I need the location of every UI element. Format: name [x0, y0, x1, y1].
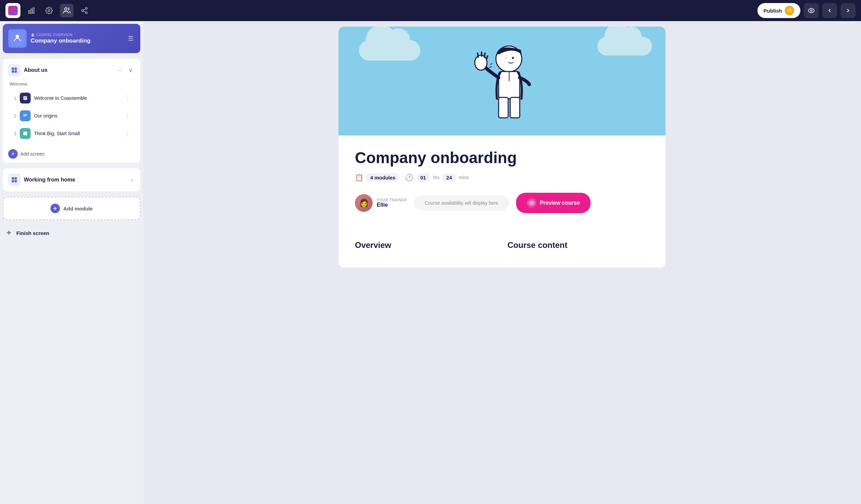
share-icon-button[interactable]: [78, 4, 91, 17]
overview-section: Overview: [355, 241, 496, 254]
hrs-label: hrs: [433, 175, 439, 180]
svg-rect-20: [24, 132, 27, 136]
course-actions: 👩 YOUR TRAINER Ellie Course availability…: [355, 193, 649, 213]
svg-point-5: [85, 8, 87, 10]
course-preview-card: Company onboarding 📋 4 modules 🕐 01 hrs …: [339, 27, 666, 268]
module-title-wfh: Working from home: [24, 177, 125, 183]
trainer-name: Ellie: [377, 202, 407, 208]
main-content: Company onboarding 📋 4 modules 🕐 01 hrs …: [143, 21, 861, 504]
logo-button[interactable]: [5, 3, 20, 18]
lesson-3[interactable]: 3 Think Big, Start Small ⋮: [8, 125, 135, 142]
add-screen-button[interactable]: + Add screen: [5, 147, 47, 161]
module-actions-about-us: ⋯ ∨: [115, 65, 135, 75]
top-navigation: Publish 🪙: [0, 0, 861, 21]
add-module-icon: +: [51, 204, 60, 213]
svg-point-42: [531, 202, 532, 204]
course-meta: 📋 4 modules 🕐 01 hrs 24 mins: [355, 173, 649, 182]
svg-line-37: [486, 56, 488, 59]
svg-line-8: [83, 11, 85, 12]
modules-meta: 📋 4 modules: [355, 173, 399, 182]
duration-hrs: 01: [416, 173, 430, 182]
lesson-options-1[interactable]: ⋮: [123, 94, 132, 103]
finish-screen-icon: ✦: [5, 228, 12, 238]
svg-point-28: [512, 57, 514, 59]
settings-icon-button[interactable]: [42, 4, 56, 17]
trainer-label: YOUR TRAINER: [377, 198, 407, 202]
publish-button[interactable]: Publish 🪙: [757, 3, 801, 18]
hero-image: [339, 27, 666, 136]
svg-rect-40: [498, 97, 508, 118]
course-bottom: Overview Course content: [339, 241, 666, 268]
svg-rect-14: [15, 68, 17, 70]
lesson-name-2: Our origins: [34, 113, 120, 119]
add-module-button[interactable]: + Add module: [3, 197, 140, 220]
svg-point-12: [16, 35, 19, 38]
preview-icon-button[interactable]: [804, 3, 819, 18]
course-main-title: Company onboarding: [355, 149, 649, 166]
svg-point-10: [810, 10, 812, 12]
svg-rect-1: [31, 9, 32, 13]
svg-rect-24: [15, 177, 17, 180]
svg-rect-26: [15, 180, 17, 182]
svg-line-34: [478, 53, 478, 57]
modules-icon: 📋: [355, 173, 364, 181]
module-options-button[interactable]: ⋯: [115, 65, 125, 75]
mins-label: mins: [459, 175, 469, 180]
trainer-info: 👩 YOUR TRAINER Ellie: [355, 194, 407, 212]
svg-rect-13: [12, 68, 14, 70]
cloud-left: [359, 40, 420, 60]
availability-badge: Course availability will display here: [414, 195, 509, 210]
svg-rect-15: [12, 70, 14, 73]
publish-label: Publish: [764, 8, 782, 14]
lesson-options-3[interactable]: ⋮: [123, 129, 132, 138]
svg-rect-25: [12, 180, 14, 182]
finish-screen-label: Finish screen: [16, 230, 50, 236]
module-title-about-us: About us: [24, 67, 111, 73]
svg-rect-16: [15, 70, 17, 73]
publish-coin-icon: 🪙: [785, 6, 794, 15]
sidebar-course-title: Company onboarding: [31, 38, 123, 44]
course-overview-label: 📋 COURSE OVERVIEW: [31, 33, 123, 37]
people-icon-button[interactable]: [60, 4, 73, 17]
preview-course-button[interactable]: Preview course: [516, 193, 591, 213]
module-expand-wfh[interactable]: ›: [129, 175, 135, 185]
finish-screen-item[interactable]: ✦ Finish screen: [0, 223, 143, 243]
svg-point-33: [475, 55, 487, 70]
module-icon-wfh: [8, 174, 20, 186]
svg-line-39: [489, 67, 492, 67]
add-screen-label: Add screen: [20, 151, 45, 156]
lesson-2[interactable]: 2 Our origins ⋮: [8, 107, 135, 125]
sidebar: 📋 COURSE OVERVIEW Company onboarding ☰ A…: [0, 21, 143, 504]
nav-right: Publish 🪙: [757, 3, 856, 18]
module-header-about-us: About us ⋯ ∨: [3, 58, 140, 82]
logo-icon: [8, 6, 18, 15]
svg-point-6: [82, 10, 84, 12]
character-illustration: [465, 40, 539, 136]
lesson-num-3: 3: [11, 131, 16, 136]
svg-point-30: [506, 55, 507, 56]
modules-count: 4 modules: [366, 173, 399, 182]
back-button[interactable]: [822, 3, 837, 18]
lesson-icon-3: [20, 128, 31, 139]
module-working-from-home[interactable]: Working from home ›: [3, 168, 140, 191]
duration-mins: 24: [442, 173, 456, 182]
duration-meta: 🕐 01 hrs 24 mins: [405, 173, 469, 182]
svg-line-36: [484, 53, 485, 57]
sidebar-menu-button[interactable]: ☰: [127, 33, 135, 44]
course-header-info: 📋 COURSE OVERVIEW Company onboarding: [31, 33, 123, 44]
main-layout: 📋 COURSE OVERVIEW Company onboarding ☰ A…: [0, 21, 861, 504]
module-collapse-button[interactable]: ∨: [126, 65, 135, 75]
svg-rect-17: [24, 96, 27, 100]
lesson-options-2[interactable]: ⋮: [123, 111, 132, 120]
preview-label: Preview course: [540, 200, 580, 206]
lesson-1[interactable]: 1 Welcome to Coassemble ⋮: [8, 89, 135, 107]
clock-icon: 🕐: [405, 173, 413, 181]
course-info-section: Company onboarding 📋 4 modules 🕐 01 hrs …: [339, 136, 666, 241]
course-header[interactable]: 📋 COURSE OVERVIEW Company onboarding ☰: [3, 24, 140, 53]
content-section: Course content: [507, 241, 649, 254]
forward-button[interactable]: [840, 3, 856, 18]
trainer-avatar-image: 👩: [355, 194, 373, 212]
trainer-avatar: 👩: [355, 194, 373, 212]
analytics-icon-button[interactable]: [25, 4, 38, 17]
svg-line-9: [83, 9, 85, 10]
